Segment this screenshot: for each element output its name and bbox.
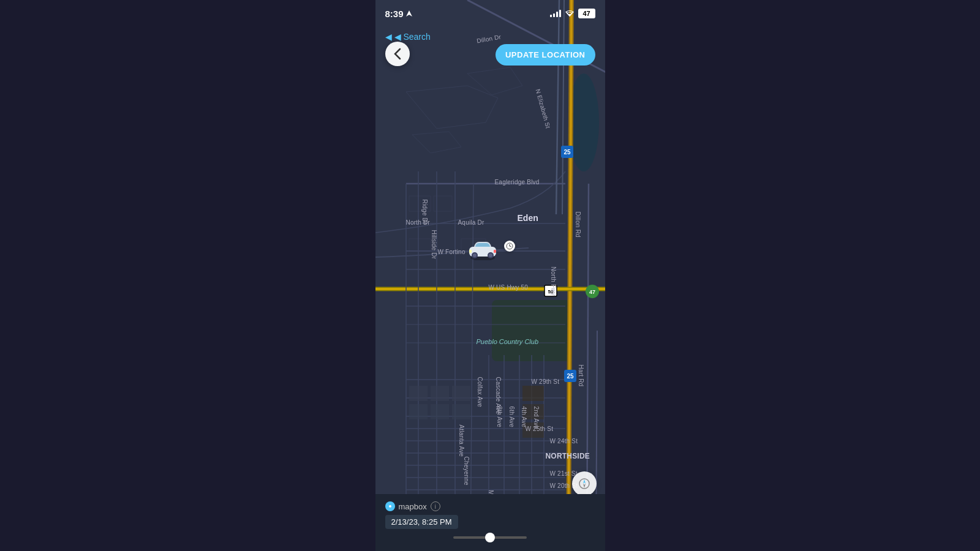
car-marker (467, 239, 499, 263)
street-w24th: W 24th St (550, 438, 578, 444)
battery-icon: 47 (578, 9, 595, 18)
car-icon (467, 239, 499, 260)
poi-country-club: Pueblo Country Club (477, 338, 539, 345)
svg-rect-49 (431, 404, 449, 419)
clock-marker (504, 241, 515, 252)
street-aquila: Aquila Dr (458, 219, 484, 226)
svg-rect-48 (409, 404, 428, 419)
signal-bars-icon (550, 10, 561, 17)
street-8th-ave: 8th Ave (496, 407, 502, 428)
street-2nd-ave: 2nd Ave (532, 407, 539, 429)
update-location-button[interactable]: UPDATE LOCATION (496, 44, 595, 66)
mapbox-label: mapbox (399, 502, 427, 511)
svg-line-65 (510, 246, 511, 247)
svg-marker-75 (583, 479, 586, 484)
svg-marker-76 (583, 484, 586, 488)
mapbox-logo-icon (387, 503, 393, 509)
info-icon[interactable]: i (431, 501, 440, 511)
clock-icon (506, 242, 513, 250)
street-w-fortino: W Fortino (438, 249, 466, 255)
search-back-label: ◀ Search (394, 32, 431, 42)
chevron-left-icon (394, 48, 401, 60)
svg-point-69 (473, 253, 477, 257)
svg-marker-62 (406, 10, 412, 17)
svg-text:25: 25 (567, 373, 574, 380)
wifi-icon (565, 10, 575, 17)
svg-rect-47 (452, 386, 470, 401)
svg-rect-73 (494, 250, 496, 253)
current-location-button[interactable] (572, 471, 597, 496)
street-eagleridge: Eagleridge Blvd (495, 179, 540, 186)
svg-rect-45 (409, 386, 428, 401)
back-arrow-icon: ◀ (385, 32, 392, 42)
street-colfax-ave: Colfax Ave (476, 377, 483, 408)
mapbox-logo (385, 501, 395, 511)
street-cheyenne: Cheyenne (462, 457, 469, 485)
status-time: 8:39 (385, 9, 412, 19)
map-background: 25 25 50 47 Dillon Dr N Elizabeth St Eag… (375, 0, 605, 551)
svg-rect-51 (522, 386, 544, 401)
street-atlanta-ave: Atlanta Ave (458, 425, 464, 457)
svg-text:47: 47 (589, 289, 595, 295)
mapbox-credit: mapbox i (385, 501, 595, 511)
navigation-arrow-icon (406, 10, 412, 17)
street-6th-ave: 6th Ave (508, 407, 514, 428)
status-icons: 47 (550, 9, 595, 18)
back-button[interactable] (385, 42, 410, 66)
svg-point-78 (389, 505, 391, 508)
compass-icon (578, 478, 590, 490)
place-eden: Eden (518, 213, 538, 223)
timestamp-label: 2/13/23, 8:25 PM (385, 515, 458, 529)
bottom-bar: mapbox i 2/13/23, 8:25 PM (375, 494, 605, 551)
zoom-slider[interactable] (453, 536, 527, 539)
place-northside: NORTHSIDE (546, 452, 590, 460)
svg-rect-72 (469, 250, 472, 253)
street-north-fwy: North Fwy (549, 267, 556, 296)
street-w29th: W 29th St (532, 378, 560, 385)
zoom-handle[interactable] (485, 533, 495, 542)
street-4th-ave: 4th Ave (520, 407, 527, 428)
svg-text:25: 25 (564, 149, 571, 156)
svg-rect-2 (492, 300, 571, 361)
street-ridge-dr: Ridge Dr (421, 200, 428, 225)
street-dillon-rd: Dillon Rd (574, 212, 581, 238)
svg-rect-46 (431, 386, 449, 401)
search-back-link[interactable]: ◀ ◀ Search (385, 32, 595, 42)
street-hart-rd: Hart Rd (577, 365, 584, 387)
svg-point-71 (489, 253, 492, 257)
street-w21st: W 21st St (550, 470, 578, 477)
phone-container: 25 25 50 47 Dillon Dr N Elizabeth St Eag… (375, 0, 605, 551)
street-us-hwy50: W US Hwy 50 (489, 284, 528, 291)
status-bar: 8:39 47 (375, 0, 605, 27)
svg-rect-50 (452, 404, 470, 419)
street-hillside-dr: Hillside Dr (430, 230, 437, 260)
